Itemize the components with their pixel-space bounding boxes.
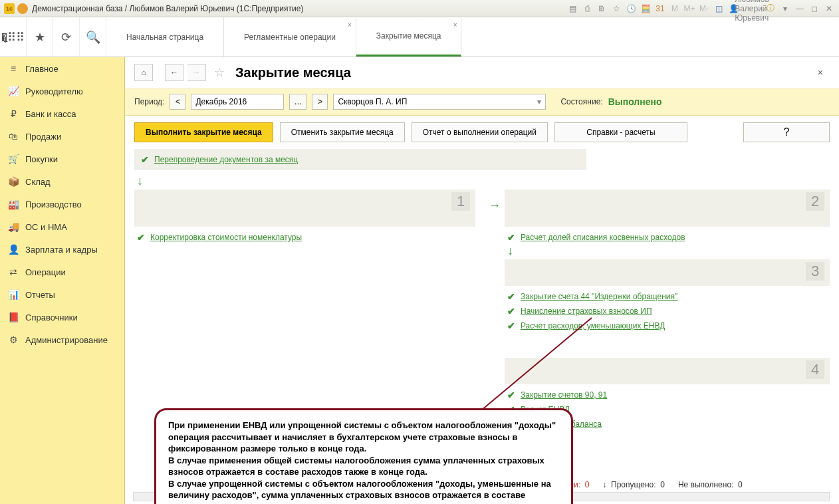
tab-close-month[interactable]: Закрытие месяца× [356,17,462,57]
favorite-icon[interactable]: ☆ [214,65,225,80]
step-3: 3 [505,259,830,286]
period-input[interactable]: Декабрь 2016 [191,94,284,110]
ruble-icon: ₽ [8,108,19,119]
help-button[interactable]: ? [743,122,830,142]
m-icon[interactable]: M [669,3,681,15]
period-ellipsis-button[interactable]: … [289,94,306,110]
op-link-repost[interactable]: Перепроведение документов за месяц [154,155,298,164]
footer-stats: ами: 0 ↓ Пропущено: 0 Не выполнено: 0 [564,480,743,489]
box-icon: 📦 [8,176,19,187]
op-link[interactable]: Закрытие счетов 90, 91 [521,390,607,400]
close-icon[interactable]: × [453,21,457,29]
star-icon[interactable]: ★ [27,17,53,57]
op-step3-1: ✔ Закрытие счета 44 "Издержки обращения" [505,291,830,302]
check-icon: ✔ [507,291,515,302]
sidebar-item-production[interactable]: 🏭Производство [0,193,124,215]
report-button[interactable]: Отчет о выполнении операций [412,122,548,142]
tool-icon[interactable]: 🗎 [596,3,608,15]
refs-button[interactable]: Справки - расчеты [554,122,687,142]
book-icon: 📕 [8,312,19,322]
menu-icon: ≡ [8,63,19,74]
step-number: 1 [451,192,470,211]
clipboard-icon[interactable]: ⟳ [53,17,80,57]
status-label: Состояние: [560,97,602,106]
op-step1-1: ✔ Корректировка стоимости номенклатуры [134,232,475,243]
forward-button[interactable]: → [187,64,206,81]
tab-start[interactable]: Начальная страница [106,17,224,57]
m-plus-icon[interactable]: M+ [683,3,695,15]
op-link[interactable]: Корректировка стоимости номенклатуры [150,233,302,242]
toolbar-icons: ▤ ⎙ 🗎 ☆ 🕓 🧮 31 M M+ M- ◫ 👤 Любимов Валер… [566,3,835,15]
dropdown-icon[interactable]: ▾ [779,3,791,15]
cart-icon: 🛒 [8,154,19,164]
sidebar-item-manager[interactable]: 📈Руководителю [0,80,124,102]
bars-icon: 📊 [8,289,19,300]
tool-icon[interactable]: ▤ [566,3,578,15]
minimize-button[interactable]: — [794,3,806,15]
op-step3-2: ✔ Начисление страховых взносов ИП [505,306,830,316]
calculator-icon[interactable]: 🧮 [640,3,652,15]
arrow-down-icon: ↓ [507,244,830,258]
sidebar-item-purchases[interactable]: 🛒Покупки [0,148,124,170]
sidebar-item-main[interactable]: ≡Главное [0,57,124,80]
period-label: Период: [134,97,164,106]
back-button[interactable]: ← [165,64,183,81]
close-page-button[interactable]: × [818,67,830,78]
home-button[interactable]: ⌂ [134,64,153,81]
check-icon: ✔ [507,390,515,400]
step-2: 2 [505,189,830,227]
tab-regl[interactable]: Регламентные операции× [224,17,356,57]
sidebar-item-bank[interactable]: ₽Банк и касса [0,102,124,125]
favorites-icon[interactable]: ☆ [610,3,622,15]
sidebar-item-reports[interactable]: 📊Отчеты [0,283,124,306]
close-button[interactable]: ✕ [823,3,835,15]
callout: При применении ЕНВД или упрощенной систе… [154,408,573,504]
op-link[interactable]: Начисление страховых взносов ИП [521,307,652,316]
sidebar-item-catalogs[interactable]: 📕Справочники [0,306,124,328]
info-icon[interactable]: ⓘ [765,3,777,15]
chart-icon: 📈 [8,86,19,96]
arrow-right-icon: → [489,199,501,213]
op-link[interactable]: Расчет долей списания косвенных расходов [521,233,685,242]
factory-icon: 🏭 [8,199,19,209]
actions-row: Выполнить закрытие месяца Отменить закры… [125,116,839,149]
filter-bar: Период: < Декабрь 2016 … > Скворцов П. А… [125,88,839,116]
step-number: 4 [806,360,824,379]
op-step4-1: ✔ Закрытие счетов 90, 91 [505,390,830,400]
step-number: 2 [806,192,824,211]
history-icon[interactable]: 🕓 [625,3,637,15]
tool-icon[interactable]: ⎙ [581,3,593,15]
app-menu-icon[interactable] [17,3,28,14]
step-1: 1 [134,189,475,227]
check-icon: ✔ [141,154,149,165]
check-icon: ✔ [507,232,515,243]
step-4: 4 [505,358,830,384]
user-name[interactable]: Любимов Валерий Юрьевич [746,3,758,15]
search-icon[interactable]: 🔍 [80,17,106,57]
run-close-button[interactable]: Выполнить закрытие месяца [134,122,273,142]
sidebar-item-salary[interactable]: 👤Зарплата и кадры [0,238,124,261]
ops-icon: ⇄ [8,267,19,277]
m-minus-icon[interactable]: M- [698,3,710,15]
sidebar-item-assets[interactable]: 🚚ОС и НМА [0,215,124,238]
panel-icon[interactable]: ◫ [713,3,725,15]
content: ⌂ ← → ☆ Закрытие месяца × Период: < Дека… [125,57,839,504]
callout-text: При применении ЕНВД или упрощенной систе… [168,420,559,504]
maximize-button[interactable]: ◻ [808,3,820,15]
sidebar-item-stock[interactable]: 📦Склад [0,170,124,193]
period-next-button[interactable]: > [312,94,328,110]
sidebar-item-sales[interactable]: 🛍Продажи [0,125,124,148]
period-prev-button[interactable]: < [170,94,185,110]
op-link[interactable]: Расчет расходов, уменьшающих ЕНВД [521,321,665,330]
sidebar-item-admin[interactable]: ⚙Администрирование [0,328,124,351]
org-select[interactable]: Скворцов П. А. ИП ▾ [333,94,546,110]
page-title: Закрытие месяца [235,65,351,80]
op-step3-3: ✔ Расчет расходов, уменьшающих ЕНВД [505,320,830,331]
op-link[interactable]: Закрытие счета 44 "Издержки обращения" [521,292,677,301]
calendar-icon[interactable]: 31 [654,3,666,15]
cancel-close-button[interactable]: Отменить закрытие месяца [280,122,405,142]
apps-icon[interactable]: �⵿⠿⠿ [0,17,27,57]
close-icon[interactable]: × [348,21,352,29]
sidebar-item-operations[interactable]: ⇄Операции [0,261,124,283]
step-number: 3 [806,262,824,281]
